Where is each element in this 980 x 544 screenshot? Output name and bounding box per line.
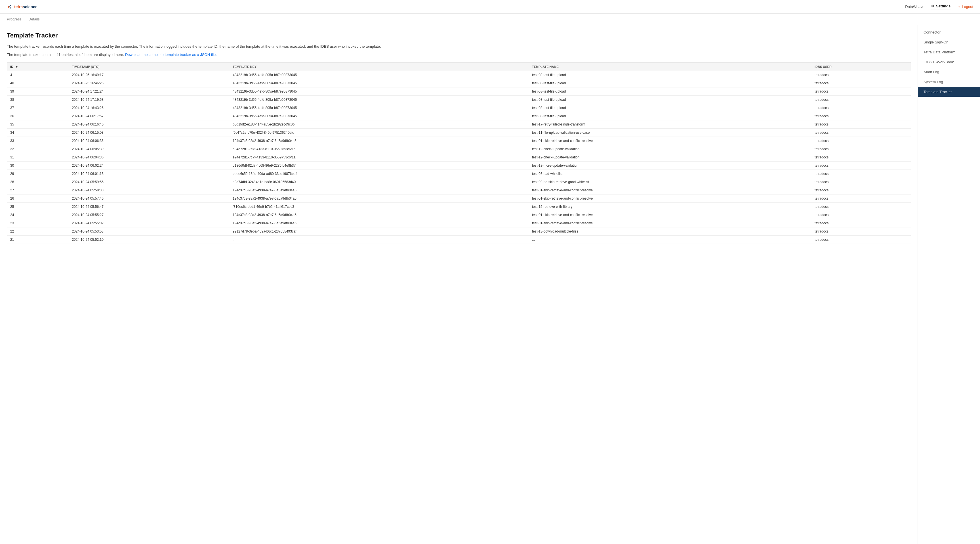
nav-right: DataWeave ⚙ Settings ⤷ Logout — [905, 4, 973, 10]
cell-id: 35 — [7, 120, 68, 128]
sidebar: ConnectorSingle Sign-OnTetra Data Platfo… — [918, 25, 980, 544]
cell-id: 37 — [7, 104, 68, 112]
table-row: 362024-10-24 06:17:574843219b-3d55-4efd-… — [7, 112, 911, 120]
cell-idbs_user: tetradocs — [811, 211, 911, 219]
cell-id: 30 — [7, 161, 68, 169]
download-json-link[interactable]: Download the complete template tracker a… — [125, 53, 217, 57]
table-row: 282024-10-24 05:59:55a0d74dfd-324f-4e1e-… — [7, 178, 911, 186]
col-header-idbs-user[interactable]: IDBS USER — [811, 62, 911, 71]
cell-template_key: 4843219b-3d55-4efd-805a-b87e90373045 — [229, 87, 528, 96]
table-row: 322024-10-24 06:05:39e94e72d1-7c7f-4133-… — [7, 145, 911, 153]
cell-id: 21 — [7, 235, 68, 244]
cell-template_name: ... — [528, 235, 811, 244]
cell-id: 23 — [7, 219, 68, 227]
cell-template_key: ... — [229, 235, 528, 244]
svg-point-0 — [8, 6, 10, 8]
sort-arrow-icon: ▼ — [15, 65, 18, 69]
table-row: 412024-10-25 16:49:174843219b-3d55-4efd-… — [7, 71, 911, 79]
cell-timestamp: 2024-10-25 16:49:17 — [68, 71, 229, 79]
tracker-info: The template tracker contains 41 entries… — [7, 53, 911, 57]
cell-id: 34 — [7, 128, 68, 137]
sidebar-item-template-tracker[interactable]: Template Tracker — [918, 87, 980, 97]
page-description: The template tracker records each time a… — [7, 44, 911, 50]
cell-template_key: e94e72d1-7c7f-4133-8110-3559753c6f1a — [229, 153, 528, 161]
cell-template_key: b3d1fdf2-e183-414f-a65e-2b292ecd9c0b — [229, 120, 528, 128]
main-content: Template Tracker The template tracker re… — [0, 25, 918, 544]
sidebar-item-tetra-data-platform[interactable]: Tetra Data Platform — [918, 47, 980, 57]
cell-idbs_user: tetradocs — [811, 186, 911, 194]
cell-id: 26 — [7, 194, 68, 203]
cell-timestamp: 2024-10-25 16:46:26 — [68, 79, 229, 87]
cell-timestamp: 2024-10-24 05:52:10 — [68, 235, 229, 244]
cell-template_name: test-03-bad-whitelist — [528, 169, 811, 178]
cell-template_key: 4843219b-3d55-4efd-805a-b87e90373045 — [229, 79, 528, 87]
nav-logout[interactable]: ⤷ Logout — [957, 5, 973, 9]
logo-science: science — [23, 5, 37, 9]
cell-timestamp: 2024-10-24 05:56:47 — [68, 203, 229, 211]
col-header-template-key[interactable]: TEMPLATE KEY — [229, 62, 528, 71]
logo: tetrascience — [7, 4, 37, 10]
cell-id: 28 — [7, 178, 68, 186]
cell-id: 39 — [7, 87, 68, 96]
logout-icon: ⤷ — [957, 5, 961, 9]
nav-settings[interactable]: ⚙ Settings — [931, 4, 950, 10]
cell-id: 22 — [7, 227, 68, 235]
col-header-id[interactable]: ID ▼ — [7, 62, 68, 71]
table-row: 382024-10-24 17:19:584843219b-3d55-4efd-… — [7, 96, 911, 104]
cell-template_name: test-01-skip-retrieve-and-conflict-resol… — [528, 137, 811, 145]
col-header-template-name[interactable]: TEMPLATE NAME — [528, 62, 811, 71]
cell-template_name: test-15-retrieve-with-library — [528, 203, 811, 211]
cell-template_name: test-12-check-update-validation — [528, 153, 811, 161]
cell-template_key: d186d0df-82d7-4c68-86e9-2286fb4e8b37 — [229, 161, 528, 169]
cell-template_name: test-11-file-upload-validation-use-case — [528, 128, 811, 137]
cell-id: 25 — [7, 203, 68, 211]
table-row: 242024-10-24 05:55:27194c37c3-98a2-4938-… — [7, 211, 911, 219]
table-row: 212024-10-24 05:52:10......tetradocs — [7, 235, 911, 244]
cell-template_key: bbee6c52-184d-40da-ad80-33ce19876ba4 — [229, 169, 528, 178]
logo-text: tetrascience — [14, 5, 37, 9]
cell-template_name: test-18-more-update-validation — [528, 161, 811, 169]
cell-template_key: 194c37c3-98a2-4938-a7e7-6a5a9dfb04a6 — [229, 194, 528, 203]
table-row: 222024-10-24 05:53:5392127d78-3eba-459a-… — [7, 227, 911, 235]
cell-idbs_user: tetradocs — [811, 71, 911, 79]
sidebar-item-audit-log[interactable]: Audit Log — [918, 67, 980, 77]
cell-id: 24 — [7, 211, 68, 219]
cell-timestamp: 2024-10-24 17:21:24 — [68, 87, 229, 96]
sidebar-item-connector[interactable]: Connector — [918, 27, 980, 37]
cell-timestamp: 2024-10-24 06:06:36 — [68, 137, 229, 145]
sub-nav-details[interactable]: Details — [29, 17, 40, 21]
table-row: 312024-10-24 06:04:36e94e72d1-7c7f-4133-… — [7, 153, 911, 161]
sub-nav-progress[interactable]: Progress — [7, 17, 22, 21]
cell-id: 32 — [7, 145, 68, 153]
nav-dataweave[interactable]: DataWeave — [905, 5, 924, 9]
sub-nav: Progress Details — [0, 14, 980, 25]
table-row: 232024-10-24 05:55:02194c37c3-98a2-4938-… — [7, 219, 911, 227]
table-row: 292024-10-24 06:01:13bbee6c52-184d-40da-… — [7, 169, 911, 178]
logo-tetra: tetra — [14, 5, 23, 9]
cell-idbs_user: tetradocs — [811, 169, 911, 178]
cell-template_key: 4843219b-3d55-4efd-805a-b87e90373045 — [229, 112, 528, 120]
logo-icon — [7, 4, 13, 10]
col-header-timestamp[interactable]: TIMESTAMP (UTC) — [68, 62, 229, 71]
cell-id: 33 — [7, 137, 68, 145]
cell-template_name: test-01-skip-retrieve-and-conflict-resol… — [528, 186, 811, 194]
cell-id: 40 — [7, 79, 68, 87]
cell-template_name: test-08-test-file-upload — [528, 104, 811, 112]
cell-template_name: test-08-test-file-upload — [528, 79, 811, 87]
table-row: 402024-10-25 16:46:264843219b-3d55-4efd-… — [7, 79, 911, 87]
cell-template_name: test-08-test-file-upload — [528, 112, 811, 120]
svg-line-3 — [10, 6, 11, 6]
cell-idbs_user: tetradocs — [811, 112, 911, 120]
sidebar-item-idbs-e-workbook[interactable]: IDBS E-WorkBook — [918, 57, 980, 67]
top-nav: tetrascience DataWeave ⚙ Settings ⤷ Logo… — [0, 0, 980, 14]
sidebar-item-single-sign-on[interactable]: Single Sign-On — [918, 37, 980, 47]
cell-idbs_user: tetradocs — [811, 96, 911, 104]
cell-id: 38 — [7, 96, 68, 104]
cell-timestamp: 2024-10-24 05:53:53 — [68, 227, 229, 235]
tracker-table: ID ▼ TIMESTAMP (UTC) TEMPLATE KEY TEMPLA… — [7, 62, 911, 244]
sidebar-item-system-log[interactable]: System Log — [918, 77, 980, 87]
table-row: 352024-10-24 06:16:46b3d1fdf2-e183-414f-… — [7, 120, 911, 128]
cell-template_key: 4843219b-3d55-4efd-805a-b87e90373045 — [229, 104, 528, 112]
cell-timestamp: 2024-10-24 05:55:27 — [68, 211, 229, 219]
cell-template_key: f5c47c2e-c70e-432f-845c-975136245dfd — [229, 128, 528, 137]
